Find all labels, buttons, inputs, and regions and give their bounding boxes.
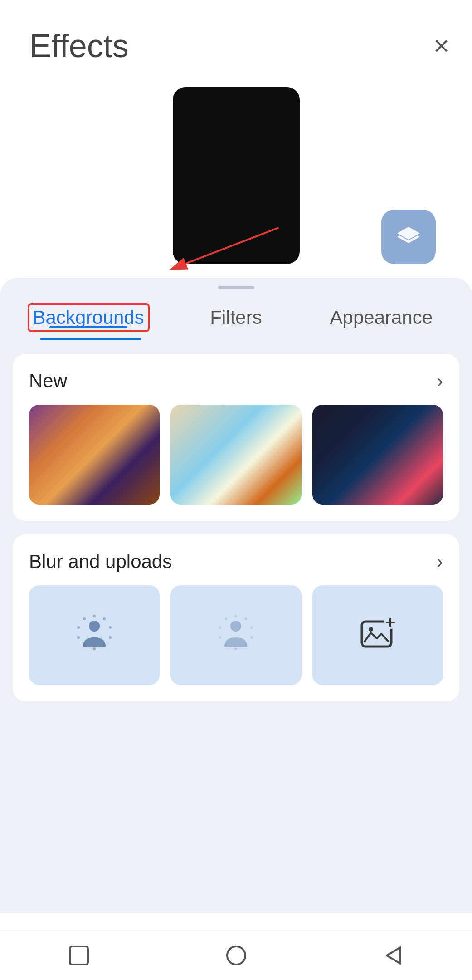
section-blur-header: Blur and uploads › bbox=[29, 551, 443, 573]
upload-icon bbox=[355, 612, 400, 658]
svg-point-6 bbox=[103, 617, 106, 620]
svg-point-22 bbox=[225, 644, 227, 647]
thumbnail-1[interactable] bbox=[29, 405, 160, 505]
svg-point-17 bbox=[245, 618, 247, 620]
bottom-sheet: Backgrounds Filters Appearance New › Blu… bbox=[0, 278, 472, 913]
thumbnail-3[interactable] bbox=[312, 405, 443, 505]
svg-point-19 bbox=[251, 637, 253, 639]
drag-handle-area bbox=[0, 278, 472, 289]
blur-effect-2[interactable] bbox=[170, 585, 301, 685]
page-title: Effects bbox=[29, 27, 129, 64]
section-new: New › bbox=[13, 354, 459, 521]
section-new-arrow[interactable]: › bbox=[437, 370, 443, 392]
square-icon bbox=[65, 942, 92, 969]
preview-area bbox=[0, 78, 472, 278]
tab-backgrounds[interactable]: Backgrounds bbox=[33, 307, 144, 328]
nav-bar bbox=[0, 930, 472, 980]
blur-effect-1[interactable] bbox=[29, 585, 160, 685]
phone-preview bbox=[173, 87, 300, 264]
svg-point-16 bbox=[235, 615, 237, 617]
svg-point-5 bbox=[93, 615, 96, 617]
nav-back-button[interactable] bbox=[380, 942, 407, 969]
tab-appearance[interactable]: Appearance bbox=[309, 307, 454, 337]
svg-point-15 bbox=[230, 621, 241, 632]
svg-point-21 bbox=[235, 648, 237, 650]
upload-button[interactable] bbox=[312, 585, 443, 685]
svg-point-27 bbox=[369, 627, 373, 632]
blur-light-icon bbox=[213, 612, 258, 658]
svg-point-20 bbox=[245, 644, 247, 647]
svg-point-10 bbox=[93, 647, 96, 650]
header: Effects × bbox=[0, 0, 472, 78]
close-button[interactable]: × bbox=[433, 32, 449, 59]
thumbnail-2[interactable] bbox=[170, 405, 301, 505]
svg-point-7 bbox=[109, 626, 112, 629]
svg-point-18 bbox=[251, 627, 253, 629]
back-triangle-icon bbox=[380, 942, 407, 969]
svg-point-4 bbox=[89, 621, 100, 632]
tab-backgrounds-wrapper: Backgrounds bbox=[28, 303, 150, 332]
blur-strong-icon bbox=[72, 612, 117, 658]
svg-point-32 bbox=[227, 946, 245, 965]
layers-button[interactable] bbox=[381, 210, 436, 264]
nav-square-button[interactable] bbox=[65, 942, 92, 969]
section-blur-title: Blur and uploads bbox=[29, 551, 172, 573]
svg-point-12 bbox=[77, 636, 80, 639]
thumbnails-row bbox=[29, 405, 443, 505]
circle-icon bbox=[223, 942, 250, 969]
section-new-title: New bbox=[29, 370, 67, 392]
svg-point-13 bbox=[77, 626, 80, 629]
svg-point-24 bbox=[219, 627, 221, 629]
svg-point-9 bbox=[103, 644, 106, 647]
svg-rect-31 bbox=[70, 946, 88, 965]
drag-handle bbox=[218, 286, 254, 289]
tab-filters[interactable]: Filters bbox=[163, 307, 308, 337]
layers-icon bbox=[395, 223, 422, 250]
section-new-header: New › bbox=[29, 370, 443, 392]
blur-icons-row bbox=[29, 585, 443, 685]
nav-circle-button[interactable] bbox=[223, 942, 250, 969]
svg-point-25 bbox=[225, 618, 227, 620]
svg-point-14 bbox=[83, 617, 86, 620]
svg-marker-33 bbox=[387, 947, 400, 964]
section-blur-uploads: Blur and uploads › bbox=[13, 534, 459, 701]
svg-point-23 bbox=[219, 637, 221, 639]
section-blur-arrow[interactable]: › bbox=[437, 551, 443, 573]
svg-point-11 bbox=[83, 644, 86, 647]
tabs-row: Backgrounds Filters Appearance bbox=[0, 289, 472, 340]
svg-point-8 bbox=[109, 636, 112, 639]
